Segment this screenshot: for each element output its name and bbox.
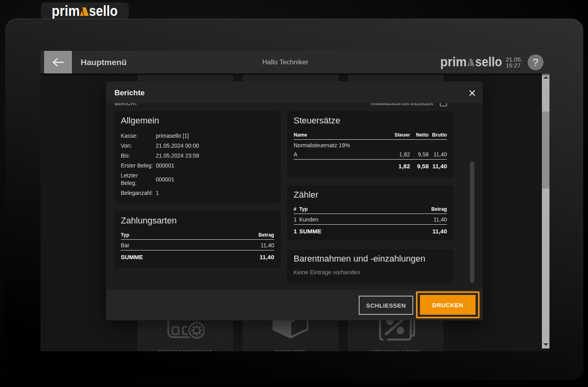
svg-text:sello: sello [475, 54, 502, 69]
svg-text:sello: sello [89, 2, 118, 19]
svg-text:prim: prim [52, 2, 80, 19]
svg-text:prim: prim [440, 54, 467, 69]
